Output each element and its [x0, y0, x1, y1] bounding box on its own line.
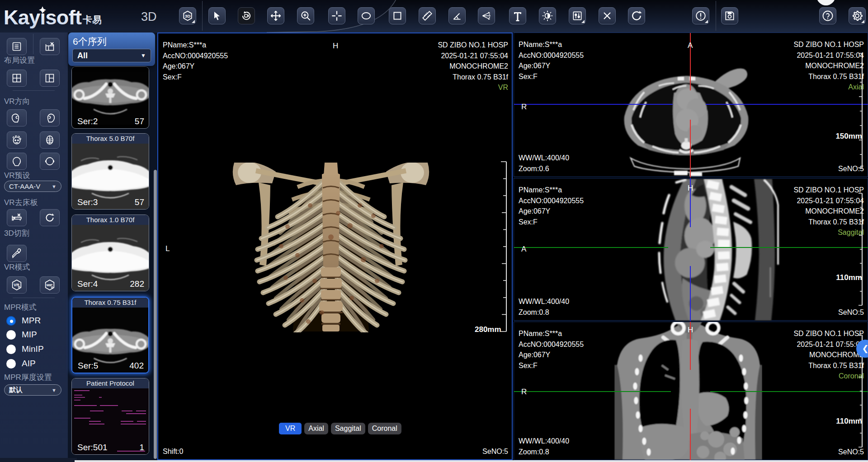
svg-text:卡易: 卡易	[82, 14, 102, 25]
svg-text:3D: 3D	[185, 14, 190, 19]
